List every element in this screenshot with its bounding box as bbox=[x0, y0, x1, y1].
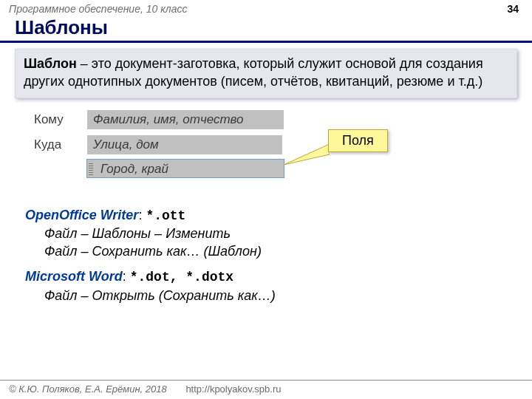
form-field-street: Улица, дом bbox=[87, 135, 282, 154]
definition-text: – это документ-заготовка, который служит… bbox=[24, 56, 483, 89]
form-row-where: Куда Улица, дом bbox=[34, 135, 282, 154]
form-field-city-text: Город, край bbox=[100, 162, 168, 176]
msword-section: Microsoft Word: *.dot, *.dotx Файл – Отк… bbox=[25, 267, 532, 304]
page-number: 34 bbox=[507, 3, 519, 15]
form-row-city: Город, край bbox=[86, 159, 284, 178]
msword-line1: Файл – Открыть (Сохранить как…) bbox=[44, 287, 532, 304]
footer-url: http://kpolyakov.spb.ru bbox=[185, 383, 281, 395]
page-title: Шаблоны bbox=[0, 15, 532, 43]
definition-box: Шаблон – это документ-заготовка, который… bbox=[15, 49, 517, 98]
openoffice-app: OpenOffice Writer bbox=[25, 208, 138, 222]
msword-ext: *.dot, *.dotx bbox=[130, 270, 233, 284]
form-label-where: Куда bbox=[34, 137, 87, 152]
openoffice-ext: *.ott bbox=[146, 208, 185, 223]
openoffice-section: OpenOffice Writer: *.ott Файл – Шаблоны … bbox=[25, 206, 532, 261]
copyright: © К.Ю. Поляков, Е.А. Ерёмин, 2018 bbox=[9, 383, 167, 395]
template-example: Кому Фамилия, имя, отчество Куда Улица, … bbox=[34, 109, 448, 197]
form-field-city: Город, край bbox=[86, 159, 284, 178]
form-label-to: Кому bbox=[34, 112, 87, 127]
svg-marker-0 bbox=[284, 144, 330, 165]
form-field-name: Фамилия, имя, отчество bbox=[87, 110, 284, 129]
slide-header: Программное обеспечение, 10 класс 34 bbox=[0, 0, 532, 15]
form-row-to: Кому Фамилия, имя, отчество bbox=[34, 110, 284, 129]
callout-fields: Поля bbox=[328, 129, 388, 152]
callout-arrow-icon bbox=[282, 144, 330, 166]
slide-footer: © К.Ю. Поляков, Е.А. Ерёмин, 2018 http:/… bbox=[0, 380, 532, 399]
course-name: Программное обеспечение, 10 класс bbox=[9, 3, 187, 15]
definition-term: Шаблон bbox=[24, 56, 77, 71]
openoffice-line2: Файл – Сохранить как… (Шаблон) bbox=[44, 242, 532, 260]
msword-app: Microsoft Word bbox=[25, 269, 123, 284]
openoffice-line1: Файл – Шаблоны – Изменить bbox=[44, 225, 532, 242]
